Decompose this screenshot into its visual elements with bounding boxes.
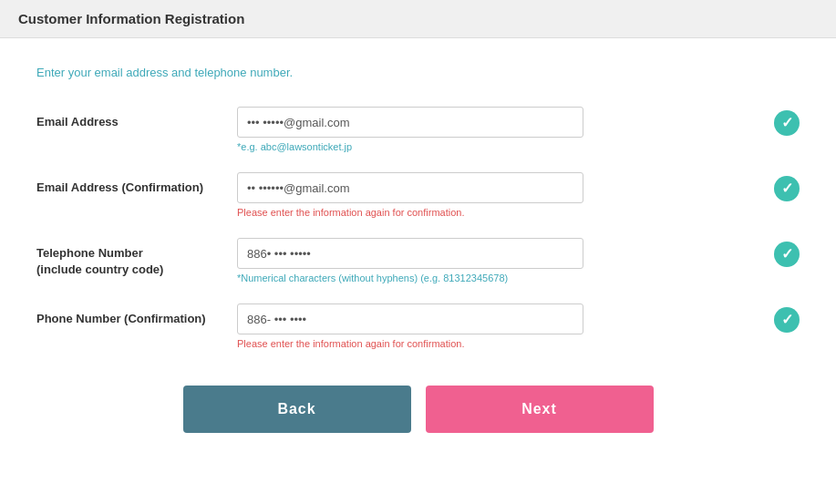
page-content: Enter your email address and telephone n… [0, 38, 836, 469]
page-header: Customer Information Registration [0, 0, 836, 38]
form-section: Email Address *e.g. abc@lawsonticket.jp … [36, 107, 800, 349]
email-label: Email Address [36, 107, 237, 130]
phone-input[interactable] [237, 238, 583, 269]
email-confirm-field-wrap: Please enter the information again for c… [237, 172, 800, 218]
phone-hint: *Numerical characters (without hyphens) … [237, 273, 763, 283]
email-confirm-check-icon [774, 176, 800, 201]
email-input[interactable] [237, 107, 583, 138]
email-confirm-input[interactable] [237, 172, 583, 203]
button-row: Back Next [36, 386, 800, 433]
phone-confirm-field-wrap: Please enter the information again for c… [237, 303, 800, 349]
phone-confirm-label: Phone Number (Confirmation) [36, 303, 237, 327]
phone-row: Telephone Number (include country code) … [36, 238, 800, 283]
back-button[interactable]: Back [183, 386, 411, 433]
intro-text: Enter your email address and telephone n… [36, 66, 800, 79]
phone-confirm-input[interactable] [237, 303, 583, 334]
phone-confirm-check-icon [774, 307, 800, 333]
page-wrapper: Customer Information Registration Enter … [0, 0, 836, 504]
phone-confirm-field-inner: Please enter the information again for c… [237, 303, 763, 349]
next-button[interactable]: Next [426, 386, 654, 433]
phone-check-icon [774, 242, 800, 267]
page-title: Customer Information Registration [18, 11, 818, 26]
phone-confirm-hint: Please enter the information again for c… [237, 338, 763, 349]
email-confirm-field-inner: Please enter the information again for c… [237, 172, 763, 218]
phone-field-inner: *Numerical characters (without hyphens) … [237, 238, 763, 283]
email-check-icon [774, 110, 800, 136]
email-confirm-label: Email Address (Confirmation) [36, 172, 237, 196]
email-confirm-hint: Please enter the information again for c… [237, 207, 763, 218]
email-field-wrap: *e.g. abc@lawsonticket.jp [237, 107, 800, 152]
phone-confirm-row: Phone Number (Confirmation) Please enter… [36, 303, 800, 349]
email-field-inner: *e.g. abc@lawsonticket.jp [237, 107, 763, 152]
phone-label: Telephone Number (include country code) [36, 238, 237, 278]
email-confirm-row: Email Address (Confirmation) Please ente… [36, 172, 800, 218]
phone-field-wrap: *Numerical characters (without hyphens) … [237, 238, 800, 283]
email-row: Email Address *e.g. abc@lawsonticket.jp [36, 107, 800, 152]
email-hint: *e.g. abc@lawsonticket.jp [237, 141, 763, 152]
